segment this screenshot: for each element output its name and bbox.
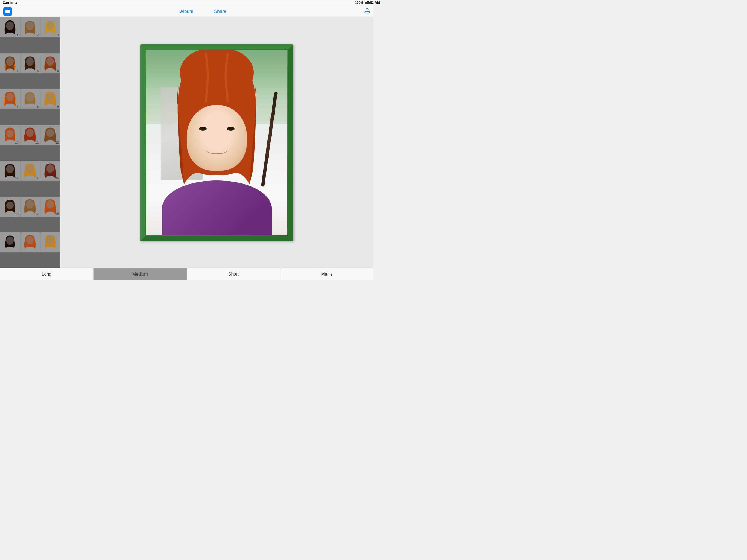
main-content: 1 2 3: [0, 18, 374, 268]
wig-item-8[interactable]: 8: [20, 89, 40, 109]
wig-number-3: 3: [57, 33, 59, 36]
wig-item-6[interactable]: 6: [40, 53, 60, 73]
tab-mens[interactable]: Men's: [280, 268, 374, 280]
svg-point-7: [47, 57, 54, 66]
camera-button[interactable]: [3, 7, 12, 16]
tab-bar: Long Medium Short Men's: [0, 268, 374, 280]
carrier-label: Carrier: [3, 1, 14, 5]
battery-fill: [365, 2, 370, 4]
wig-number-13: 13: [15, 177, 18, 180]
body: [162, 180, 272, 235]
tab-long[interactable]: Long: [0, 268, 94, 280]
photo-frame: [140, 44, 293, 241]
wig-item-1[interactable]: 1: [0, 18, 20, 37]
wig-item-13[interactable]: 13: [0, 161, 20, 181]
wig-image-21: [42, 234, 58, 251]
wig-item-2[interactable]: 2: [20, 18, 40, 37]
svg-point-16: [47, 164, 54, 173]
wig-item-3[interactable]: 3: [40, 18, 60, 37]
battery-percent: 100%: [355, 1, 363, 5]
wig-number-1: 1: [17, 33, 19, 36]
wig-number-11: 11: [35, 141, 38, 144]
wig-item-11[interactable]: 11: [20, 125, 40, 145]
wig-number-18: 18: [55, 212, 59, 216]
svg-point-19: [47, 200, 54, 209]
wig-item-17[interactable]: 17: [20, 197, 40, 217]
share-label[interactable]: Share: [214, 9, 226, 14]
upload-icon: [364, 8, 370, 14]
upload-button[interactable]: [364, 8, 370, 15]
svg-point-9: [26, 93, 34, 102]
wig-panel: 1 2 3: [0, 18, 60, 268]
wig-image-5: [22, 55, 38, 72]
wig-image-4: [2, 55, 18, 72]
wig-image-19: [2, 234, 18, 251]
nav-bar: Album Share: [0, 5, 374, 18]
wig-item-12[interactable]: 12: [40, 125, 60, 145]
wig-number-15: 15: [55, 177, 59, 180]
status-bar: Carrier ▲ 5:32 AM 100%: [0, 0, 374, 5]
wig-number-6: 6: [57, 69, 59, 73]
wig-number-12: 12: [55, 141, 59, 144]
wig-number-17: 17: [35, 212, 38, 216]
svg-point-10: [47, 93, 54, 101]
carrier-info: Carrier ▲: [3, 1, 18, 5]
wig-number-9: 9: [57, 105, 59, 108]
wig-number-8: 8: [37, 105, 38, 108]
svg-point-15: [26, 164, 34, 173]
wig-number-7: 7: [17, 105, 19, 108]
wig-item-15[interactable]: 15: [40, 161, 60, 181]
svg-point-12: [26, 128, 34, 137]
svg-point-21: [26, 236, 34, 245]
tab-short[interactable]: Short: [187, 268, 281, 280]
tab-medium-label: Medium: [132, 272, 148, 277]
svg-point-22: [47, 236, 54, 245]
wig-number-16: 16: [15, 212, 18, 216]
wig-image-9: [42, 91, 58, 107]
svg-point-20: [6, 236, 14, 245]
battery-icon: [365, 1, 371, 4]
photo-simulation: [146, 50, 287, 235]
wig-item-20[interactable]: [20, 232, 40, 252]
wig-number-2: 2: [37, 33, 38, 36]
wig-item-16[interactable]: 16: [0, 197, 20, 217]
wig-image-3: [42, 19, 58, 36]
photo-panel: [60, 18, 374, 268]
wig-item-10[interactable]: 10: [0, 125, 20, 145]
tab-long-label: Long: [42, 272, 52, 277]
wig-item-7[interactable]: 7: [0, 89, 20, 109]
svg-point-3: [26, 22, 34, 30]
wig-item-21[interactable]: [40, 232, 60, 252]
battery-info: 100%: [355, 1, 371, 5]
wig-image-20: [22, 234, 38, 251]
svg-point-4: [47, 21, 54, 29]
wig-item-18[interactable]: 18: [40, 197, 60, 217]
svg-point-14: [6, 165, 14, 173]
svg-point-8: [6, 93, 14, 101]
wig-item-5[interactable]: 5: [20, 53, 40, 73]
wig-number-14: 14: [35, 177, 38, 180]
svg-point-13: [47, 128, 54, 137]
wig-image-8: [22, 91, 38, 107]
tab-short-label: Short: [228, 272, 239, 277]
wig-item-4[interactable]: 4: [0, 53, 20, 73]
svg-point-18: [26, 200, 34, 209]
wig-number-5: 5: [37, 69, 38, 73]
wig-item-19[interactable]: [0, 232, 20, 252]
wig-image-1: [2, 19, 18, 36]
tab-mens-label: Men's: [321, 272, 333, 277]
wig-image-6: [42, 55, 58, 72]
svg-point-6: [26, 57, 34, 66]
wig-number-10: 10: [15, 141, 18, 144]
album-button[interactable]: Album: [180, 9, 193, 14]
wig-item-9[interactable]: 9: [40, 89, 60, 109]
svg-point-5: [6, 57, 14, 66]
wig-number-4: 4: [17, 69, 19, 73]
face: [187, 105, 247, 171]
svg-point-11: [6, 130, 14, 137]
wig-item-14[interactable]: 14: [20, 161, 40, 181]
photo-inner: [146, 50, 287, 235]
svg-point-2: [6, 22, 14, 30]
camera-icon: [5, 9, 10, 14]
tab-medium[interactable]: Medium: [94, 268, 187, 280]
